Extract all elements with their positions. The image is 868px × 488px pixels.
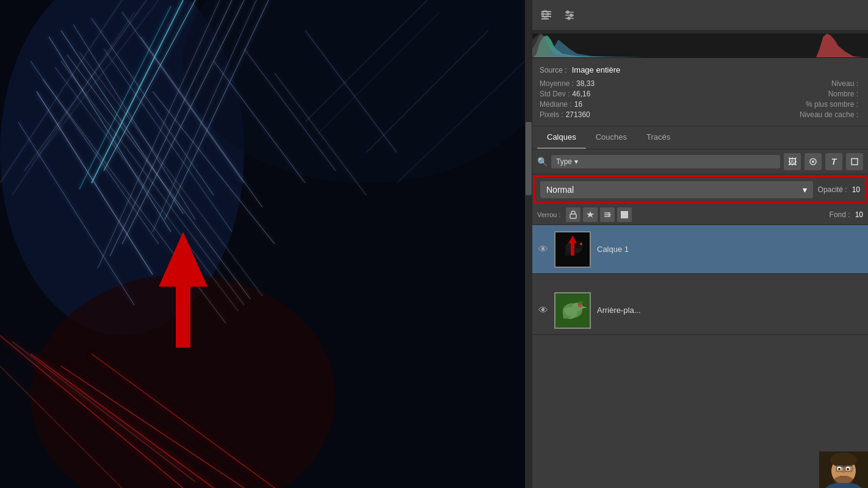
filter-image-icon[interactable]: 🖼 [784,153,801,170]
verrou-label: Verrou : [537,211,561,218]
pixels-label: Pixels : [540,110,563,119]
svg-point-89 [838,468,841,470]
stddev-stat: Std Dev : 46,16 [540,90,590,98]
layer-visibility-1[interactable]: 👁 [537,304,549,317]
verrou-icon-4[interactable] [617,207,632,222]
moyenne-stat: Moyenne : 38,33 [540,79,595,88]
layer-item-1[interactable]: 👁 [532,286,868,335]
mediane-value: 16 [574,100,582,109]
top-toolbar [532,0,868,30]
source-value: Image entière [572,65,621,74]
right-panel: Source : Image entière Moyenne : 38,33 N… [532,0,868,488]
stats-row-2: Std Dev : 46,16 Nombre : [540,90,861,98]
verrou-icon-3[interactable] [600,207,615,222]
niveau-cache-label: Niveau de cache : [800,110,858,119]
filter-shape-icon[interactable] [846,153,863,170]
fond-value: 10 [855,210,863,219]
moyenne-value: 38,33 [576,79,595,88]
opacite-value: 10 [852,185,860,194]
verrou-icon-2[interactable] [583,207,598,222]
layer-visibility-0[interactable]: 👁 [537,243,549,256]
search-icon: 🔍 [537,157,548,167]
niveau-cache-stat: Niveau de cache : [800,110,861,119]
niveau-stat: Niveau : [831,79,861,88]
pixels-stat: Pixels : 271360 [540,110,590,119]
moyenne-label: Moyenne : [540,79,574,88]
stats-row-3: Médiane : 16 % plus sombre : [540,100,861,109]
type-filter-dropdown[interactable]: Type ▾ [551,155,780,168]
svg-rect-51 [541,18,549,20]
canvas-art [0,0,525,488]
filter-row: 🔍 Type ▾ 🖼 T [532,149,868,174]
verrou-icon-1[interactable] [566,207,580,222]
layers-spacer [532,274,868,286]
svg-rect-65 [570,214,576,218]
layer-item-0[interactable]: 👁 Calque 1 [532,225,868,274]
tab-calques[interactable]: Calques [537,126,586,149]
svg-point-90 [847,468,849,470]
stats-row-1: Moyenne : 38,33 Niveau : [540,79,861,88]
svg-point-82 [579,304,580,306]
stddev-label: Std Dev : [540,90,570,98]
canvas-background [0,0,525,488]
source-row: Source : Image entière [540,63,861,77]
svg-point-86 [830,453,857,467]
nombre-label: Nombre : [828,90,858,98]
niveau-label: Niveau : [831,79,858,88]
tabs-row: Calques Couches Tracés [532,126,868,149]
blend-mode-dropdown[interactable]: Normal ▾ [540,181,813,198]
layer-thumb-0 [554,231,591,268]
fond-label: Fond : [830,210,850,219]
tab-couches[interactable]: Couches [586,126,637,149]
histogram-area [532,30,868,58]
stats-row-4: Pixels : 271360 Niveau de cache : [540,110,861,119]
source-label: Source : [540,66,567,74]
pct-sombre-label: % plus sombre : [806,100,858,109]
nombre-stat: Nombre : [828,90,861,98]
svg-marker-66 [587,211,594,218]
scrollbar[interactable] [525,0,532,488]
filter-text-icon[interactable]: T [825,153,842,170]
blend-mode-value: Normal [546,185,574,195]
layer-name-1: Arrière-pla... [597,306,641,315]
svg-rect-77 [571,243,574,256]
stats-area: Source : Image entière Moyenne : 38,33 N… [532,58,868,126]
opacite-label: Opacité : [818,185,847,194]
blend-mode-row: Normal ▾ Opacité : 10 [533,176,867,204]
verrou-row: Verrou : Fond : 10 [532,205,868,225]
tab-traces[interactable]: Tracés [637,126,680,149]
svg-rect-64 [852,159,858,165]
svg-point-58 [570,14,573,16]
sliders-icon-btn[interactable] [558,4,581,27]
mediane-stat: Médiane : 16 [540,100,582,109]
scrollbar-thumb[interactable] [526,122,532,195]
layers-list: 👁 Calque 1 [532,225,868,488]
filter-adjust-icon[interactable] [805,153,822,170]
svg-rect-70 [621,211,628,218]
stddev-value: 46,16 [572,90,590,98]
canvas-area [0,0,525,488]
svg-point-57 [566,11,569,13]
layer-name-0: Calque 1 [597,245,629,254]
pixels-value: 271360 [566,110,590,119]
layers-icon-btn[interactable] [535,4,558,27]
filter-dropdown-arrow: ▾ [574,157,578,166]
pct-sombre-stat: % plus sombre : [806,100,861,109]
mediane-label: Médiane : [540,100,572,109]
svg-point-59 [568,17,570,20]
type-filter-label: Type [556,157,572,166]
layer-thumb-1 [554,292,591,329]
webcam-thumbnail [819,451,868,488]
blend-dropdown-arrow: ▾ [803,185,807,195]
svg-point-63 [812,160,814,163]
svg-point-75 [580,243,582,245]
